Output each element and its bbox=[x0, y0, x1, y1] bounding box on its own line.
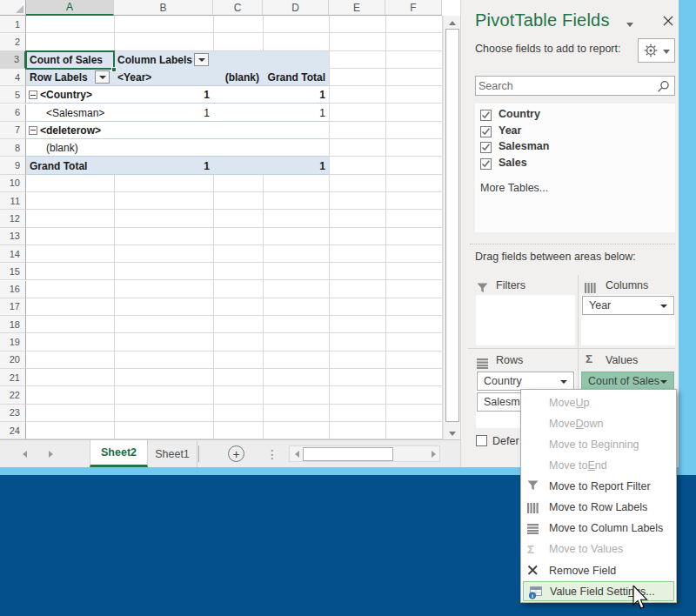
cell-A4[interactable]: Row Labels bbox=[26, 69, 114, 86]
cell-D5[interactable]: 1 bbox=[263, 86, 329, 104]
horizontal-scrollbar[interactable] bbox=[289, 445, 440, 462]
row-header-12[interactable]: 12 bbox=[0, 210, 26, 227]
row-header-14[interactable]: 14 bbox=[0, 245, 26, 263]
menu-item-move-to-beginning[interactable]: Move to Beginning bbox=[523, 434, 674, 455]
column-header-B[interactable]: B bbox=[114, 0, 213, 16]
row-header-22[interactable]: 22 bbox=[0, 386, 26, 404]
row-header-19[interactable]: 19 bbox=[0, 333, 26, 351]
row-header-6[interactable]: 6 bbox=[0, 104, 26, 122]
field-chip-year[interactable]: Year bbox=[582, 296, 674, 315]
cell-B6[interactable]: 1 bbox=[114, 104, 213, 122]
close-icon[interactable] bbox=[663, 14, 677, 28]
row-header-20[interactable]: 20 bbox=[0, 352, 26, 369]
scroll-right-button[interactable] bbox=[429, 448, 438, 459]
filter-dropdown-button[interactable] bbox=[194, 53, 209, 66]
row-header-3[interactable]: 3 bbox=[0, 51, 26, 69]
sheet-tab-sheet2[interactable]: Sheet2 bbox=[90, 440, 148, 467]
row-header-5[interactable]: 5 bbox=[0, 86, 26, 104]
scroll-left-button[interactable] bbox=[292, 448, 301, 459]
row-header-18[interactable]: 18 bbox=[0, 316, 26, 333]
row-header-1[interactable]: 1 bbox=[0, 16, 26, 33]
select-all-corner[interactable] bbox=[0, 0, 26, 16]
scrollbar-thumb[interactable] bbox=[445, 29, 459, 422]
tools-gear-button[interactable] bbox=[638, 38, 675, 63]
menu-item-move-up[interactable]: Move Up bbox=[523, 392, 674, 413]
menu-item-move-to-report-filter[interactable]: Move to Report Filter bbox=[523, 476, 674, 497]
field-item-country[interactable]: Country bbox=[499, 108, 664, 123]
column-header-E[interactable]: E bbox=[329, 0, 385, 16]
search-icon[interactable] bbox=[657, 80, 670, 97]
cell-C4[interactable]: (blank) bbox=[213, 69, 263, 86]
field-checkbox-year[interactable] bbox=[480, 126, 492, 137]
menu-item-move-to-row-labels[interactable]: Move to Row Labels bbox=[523, 498, 674, 519]
cell-D9[interactable]: 1 bbox=[263, 157, 329, 174]
gridline bbox=[385, 16, 386, 439]
cell-A5[interactable]: <Country> bbox=[26, 86, 114, 104]
filter-dropdown-button[interactable] bbox=[95, 70, 110, 84]
cell-A9[interactable]: Grand Total bbox=[26, 157, 114, 174]
cell-B9[interactable]: 1 bbox=[114, 157, 213, 174]
tab-nav-next[interactable] bbox=[45, 447, 56, 461]
collapse-button[interactable] bbox=[29, 90, 37, 99]
row-header-7[interactable]: 7 bbox=[0, 122, 26, 139]
vertical-scrollbar[interactable] bbox=[443, 16, 460, 440]
cell-A7[interactable]: <deleterow> bbox=[26, 122, 114, 139]
scroll-up-button[interactable] bbox=[444, 17, 460, 28]
scrollbar-thumb[interactable] bbox=[303, 447, 393, 461]
row-header-23[interactable]: 23 bbox=[0, 405, 26, 422]
collapse-button[interactable] bbox=[29, 126, 37, 135]
cell-B3[interactable]: Column Labels bbox=[114, 51, 213, 69]
scroll-down-button[interactable] bbox=[444, 428, 460, 439]
row-header-9[interactable]: 9 bbox=[0, 157, 26, 174]
columns-icon bbox=[527, 501, 545, 515]
column-header-C[interactable]: C bbox=[213, 0, 263, 16]
row-header-15[interactable]: 15 bbox=[0, 263, 26, 280]
cell-D4[interactable]: Grand Total bbox=[263, 69, 329, 86]
field-item-year[interactable]: Year bbox=[499, 124, 664, 139]
row-header-11[interactable]: 11 bbox=[0, 192, 26, 210]
fill-handle[interactable] bbox=[111, 67, 117, 73]
columns-drop-zone[interactable]: Year bbox=[581, 295, 675, 345]
row-header-8[interactable]: 8 bbox=[0, 139, 26, 157]
menu-item-remove-field[interactable]: Remove Field bbox=[523, 560, 674, 581]
column-header-A[interactable]: A bbox=[26, 0, 114, 16]
field-chip-country[interactable]: Country bbox=[477, 372, 574, 391]
row-header-2[interactable]: 2 bbox=[0, 33, 26, 50]
menu-item-move-to-column-labels[interactable]: Move to Column Labels bbox=[523, 519, 674, 539]
field-checkbox-country[interactable] bbox=[480, 110, 492, 121]
field-chip-count-of-sales[interactable]: Count of Sales bbox=[581, 372, 674, 391]
defer-layout-checkbox[interactable] bbox=[476, 435, 487, 446]
row-header-4[interactable]: 4 bbox=[0, 69, 26, 86]
menu-item-value-field-settings[interactable]: iValue Field Settings... bbox=[523, 581, 674, 602]
cell-B4[interactable]: <Year> bbox=[114, 69, 213, 86]
row-header-10[interactable]: 10 bbox=[0, 175, 26, 192]
gridline bbox=[329, 16, 330, 439]
chevron-down-icon[interactable] bbox=[626, 23, 633, 27]
menu-item-move-down[interactable]: Move Down bbox=[523, 413, 674, 434]
cell-A8[interactable]: (blank) bbox=[26, 139, 114, 157]
menu-item-move-to-values[interactable]: ΣMove to Values bbox=[523, 539, 674, 560]
field-item-sales[interactable]: Sales bbox=[499, 157, 664, 171]
row-header-16[interactable]: 16 bbox=[0, 281, 26, 298]
tab-nav-prev[interactable] bbox=[19, 447, 30, 461]
column-header-D[interactable]: D bbox=[263, 0, 329, 16]
row-header-13[interactable]: 13 bbox=[0, 228, 26, 245]
more-tables-link[interactable]: More Tables... bbox=[480, 182, 548, 194]
menu-item-move-to-end[interactable]: Move to End bbox=[523, 455, 674, 476]
cell-B5[interactable]: 1 bbox=[114, 86, 213, 104]
add-sheet-button[interactable]: + bbox=[228, 445, 244, 462]
left-arrow-icon bbox=[23, 451, 27, 458]
row-header-24[interactable]: 24 bbox=[0, 422, 26, 439]
tab-options-dots[interactable]: ⋮ bbox=[268, 445, 277, 463]
search-input[interactable] bbox=[478, 77, 651, 94]
sheet-tab-sheet1[interactable]: Sheet1 bbox=[148, 440, 197, 467]
row-header-21[interactable]: 21 bbox=[0, 369, 26, 386]
cell-A6[interactable]: <Salesman> bbox=[26, 104, 114, 122]
field-checkbox-salesman[interactable] bbox=[480, 142, 492, 153]
field-item-salesman[interactable]: Salesman bbox=[499, 140, 664, 155]
cell-D6[interactable]: 1 bbox=[263, 104, 329, 122]
field-checkbox-sales[interactable] bbox=[480, 158, 492, 170]
filters-drop-zone[interactable] bbox=[476, 295, 575, 345]
row-header-17[interactable]: 17 bbox=[0, 298, 26, 316]
column-header-F[interactable]: F bbox=[385, 0, 442, 16]
